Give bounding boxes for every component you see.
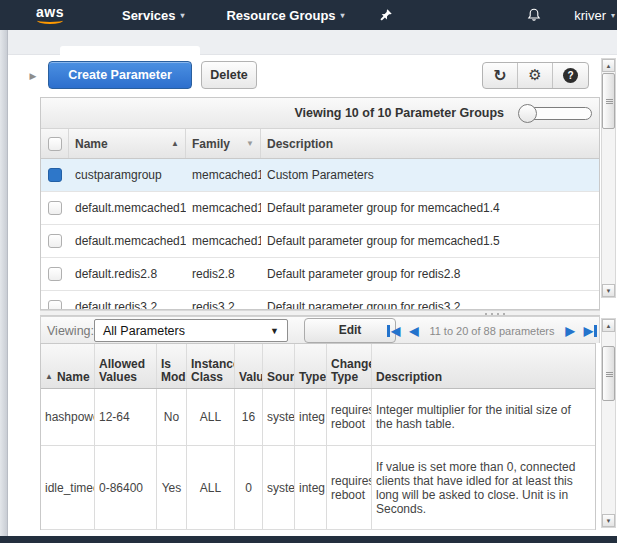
drag-dots-icon <box>485 313 487 315</box>
parameter-row-hashpower[interactable]: hashpower 12-64 No ALL 16 syste integ re… <box>41 389 595 446</box>
row-checkbox[interactable] <box>48 234 62 248</box>
aws-smile-icon <box>37 17 63 24</box>
group-family: memcached1.4 <box>186 201 261 215</box>
select-all-cell <box>41 129 69 158</box>
group-row-custparamgroup[interactable]: custparamgroup memcached1.5 Custom Param… <box>41 159 599 192</box>
param-source: syste <box>263 389 295 445</box>
pagination-range-text: 11 to 20 of 88 parameters <box>429 325 554 337</box>
param-type: integ <box>295 446 327 529</box>
group-row-default-redis28[interactable]: default.redis2.8 redis2.8 Default parame… <box>41 258 599 291</box>
column-header-description[interactable]: Description <box>372 344 595 388</box>
next-page-button[interactable]: ▶ <box>566 325 575 337</box>
column-name-label: Name <box>75 137 108 151</box>
group-description: Default parameter group for redis3.2 <box>261 300 599 310</box>
previous-page-button[interactable]: ◀ <box>409 325 418 337</box>
column-header-is-modifiable[interactable]: Is Modi <box>157 344 187 388</box>
param-change-type: requires reboot <box>327 389 372 445</box>
settings-button[interactable]: ⚙ <box>518 63 553 88</box>
user-menu[interactable]: kriver ▾ <box>574 8 615 23</box>
pin-icon[interactable] <box>379 8 393 22</box>
select-all-checkbox[interactable] <box>48 137 62 151</box>
group-name: default.redis3.2 <box>69 300 186 310</box>
row-checkbox[interactable] <box>48 201 62 215</box>
nav-resource-groups-label: Resource Groups <box>226 8 335 23</box>
scrollbar-thumb[interactable] <box>602 73 615 129</box>
chevron-down-icon: ▾ <box>180 11 184 20</box>
scroll-up-icon[interactable]: ▲ <box>602 59 615 72</box>
group-row-default-memcached14[interactable]: default.memcached1.4 memcached1.4 Defaul… <box>41 192 599 225</box>
help-button[interactable]: ? <box>553 63 588 88</box>
column-header-instance-class[interactable]: Instance Class <box>187 344 235 388</box>
delete-button[interactable]: Delete <box>201 61 257 89</box>
scroll-up-icon[interactable]: ▲ <box>602 319 615 332</box>
groups-scrollbar[interactable]: ▲ ▼ <box>601 58 616 298</box>
group-name: default.memcached1.5 <box>69 234 186 248</box>
param-source: syste <box>263 446 295 529</box>
group-description: Default parameter group for memcached1.5 <box>261 234 599 248</box>
page-size-slider[interactable] <box>519 107 592 120</box>
param-value: 0 <box>235 446 263 529</box>
thumb-grip-icon <box>606 374 613 375</box>
aws-logo[interactable]: aws <box>36 6 64 24</box>
create-parameter-group-button[interactable]: Create Parameter Group <box>48 61 192 89</box>
last-page-button[interactable]: ▶ <box>584 325 597 337</box>
sort-asc-icon: ▲ <box>45 370 53 383</box>
table-actions-group: ↻ ⚙ ? <box>482 62 589 89</box>
param-value: 16 <box>235 389 263 445</box>
select-caret-icon: ▼ <box>270 326 279 336</box>
first-page-button[interactable]: ◀ <box>387 325 400 337</box>
description-text: Integer multiplier for the initial size … <box>376 403 576 431</box>
column-header-name[interactable]: Name ▲ <box>69 129 186 158</box>
parameter-row-idle-timeout[interactable]: idle_timeou 0-86400 Yes ALL 0 syste inte… <box>41 446 595 530</box>
scroll-down-icon[interactable]: ▼ <box>602 514 615 527</box>
group-row-default-memcached15[interactable]: default.memcached1.5 memcached1.5 Defaul… <box>41 225 599 258</box>
groups-viewing-text: Viewing 10 of 10 Parameter Groups <box>294 106 504 120</box>
group-family: redis3.2 <box>186 300 261 310</box>
column-header-description[interactable]: Description <box>261 129 599 158</box>
viewing-label: Viewing: <box>47 324 94 338</box>
column-header-family[interactable]: Family ▼ <box>186 129 261 158</box>
description-text: If value is set more than 0, connected c… <box>376 460 576 516</box>
column-header-change-type[interactable]: Change Type <box>327 344 372 388</box>
row-checkbox-checked[interactable] <box>48 168 62 182</box>
row-checkbox[interactable] <box>48 267 62 281</box>
expand-sidebar-arrow[interactable]: ▶ <box>26 68 40 84</box>
parameters-scrollbar[interactable]: ▲ ▼ <box>601 318 616 528</box>
param-instance-class: ALL <box>187 389 235 445</box>
nav-services-label: Services <box>122 8 176 23</box>
nav-resource-groups-menu[interactable]: Resource Groups ▾ <box>226 8 344 23</box>
panel-tab <box>60 46 200 58</box>
param-instance-class: ALL <box>187 446 235 529</box>
refresh-button[interactable]: ↻ <box>483 63 518 88</box>
header-label: Name <box>57 371 90 384</box>
column-header-source[interactable]: Sour <box>263 344 295 388</box>
edit-parameters-button[interactable]: Edit Parameters <box>304 318 396 343</box>
notifications-bell-icon[interactable] <box>526 7 542 23</box>
filter-selected-value: All Parameters <box>103 324 185 338</box>
param-change-type: requires reboot <box>327 446 372 529</box>
chevron-down-icon: ▾ <box>611 11 615 20</box>
column-header-allowed-values[interactable]: Allowed Values <box>95 344 157 388</box>
column-header-name[interactable]: ▲ Name <box>41 344 95 388</box>
column-header-value[interactable]: Value <box>235 344 263 388</box>
help-icon: ? <box>563 68 578 83</box>
param-name: idle_timeou <box>41 446 95 529</box>
groups-info-bar: Viewing 10 of 10 Parameter Groups <box>41 98 599 129</box>
column-description-label: Description <box>267 137 333 151</box>
param-type: integ <box>295 389 327 445</box>
param-description: Integer multiplier for the initial size … <box>372 389 595 445</box>
column-menu-icon[interactable]: ▼ <box>246 139 254 148</box>
row-checkbox[interactable] <box>48 300 62 310</box>
scrollbar-thumb[interactable] <box>602 346 615 401</box>
parameters-table: ▲ Name Allowed Values Is Modi Instance C… <box>40 343 596 530</box>
parameters-filter-select[interactable]: All Parameters ▼ <box>94 319 288 342</box>
scroll-down-icon[interactable]: ▼ <box>602 284 615 297</box>
slider-knob[interactable] <box>518 104 537 123</box>
nav-services-menu[interactable]: Services ▾ <box>122 8 185 23</box>
group-description: Default parameter group for memcached1.4 <box>261 201 599 215</box>
parameters-table-header: ▲ Name Allowed Values Is Modi Instance C… <box>41 344 595 389</box>
group-row-default-redis32[interactable]: default.redis3.2 redis3.2 Default parame… <box>41 291 599 310</box>
param-allowed-values: 12-64 <box>95 389 157 445</box>
group-name: default.redis2.8 <box>69 267 186 281</box>
column-header-type[interactable]: Type <box>295 344 327 388</box>
